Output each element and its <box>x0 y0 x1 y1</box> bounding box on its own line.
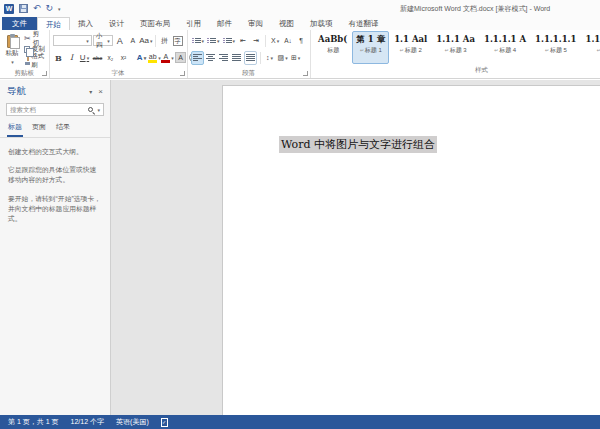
bold-button[interactable]: B <box>53 51 65 65</box>
character-shading-button[interactable]: A <box>175 51 187 65</box>
navigation-options-dropdown-icon[interactable]: ▾ <box>89 88 92 95</box>
ribbon-tab[interactable]: 有道翻译 <box>341 17 387 30</box>
ribbon-tab[interactable]: 插入 <box>70 17 101 30</box>
borders-dropdown-icon[interactable]: ▾ <box>298 55 301 61</box>
save-icon[interactable] <box>19 4 28 13</box>
page-indicator[interactable]: 第 1 页，共 1 页 <box>8 417 59 427</box>
decrease-indent-button[interactable]: ⇤ <box>237 34 249 48</box>
align-right-icon <box>219 54 228 61</box>
asian-layout-button[interactable]: X▾ <box>269 34 281 48</box>
increase-indent-button[interactable]: ⇥ <box>250 34 262 48</box>
shrink-font-button[interactable]: A <box>127 34 139 48</box>
align-center-button[interactable] <box>205 51 217 65</box>
paste-button[interactable]: 粘贴 ▾ <box>3 32 21 67</box>
ribbon-tab[interactable]: 开始 <box>37 17 70 30</box>
underline-dropdown-icon[interactable]: ▾ <box>87 55 90 61</box>
navigation-tab[interactable]: 结果 <box>55 120 71 137</box>
line-spacing-dropdown-icon[interactable]: ▾ <box>270 55 273 61</box>
text-effects-dropdown-icon[interactable]: ▾ <box>144 55 147 61</box>
style-gallery-item[interactable]: 1.1 Aal ↵标题 2 <box>390 31 431 64</box>
superscript-button[interactable]: x² <box>118 51 130 65</box>
numbering-button[interactable]: ▾ <box>206 34 221 48</box>
align-left-button[interactable] <box>191 51 204 65</box>
sort-button[interactable]: A↓ <box>282 34 294 48</box>
style-preview: 1.1.1.1 A <box>484 33 526 46</box>
shading-icon: ▨ <box>278 54 285 62</box>
navigation-tab[interactable]: 标题 <box>7 120 23 137</box>
style-gallery-item[interactable]: 第 1 章 ↵标题 1 <box>352 31 389 64</box>
bullets-dropdown-icon[interactable]: ▾ <box>202 38 205 44</box>
navigation-close-icon[interactable]: × <box>98 87 103 96</box>
font-name-combo[interactable]: ▾ <box>53 35 92 46</box>
search-dropdown-icon[interactable]: ▾ <box>97 107 100 113</box>
navigation-tab[interactable]: 页面 <box>31 120 47 137</box>
bullets-button[interactable]: ▾ <box>191 34 206 48</box>
change-case-dropdown-icon[interactable]: ▾ <box>150 38 153 44</box>
font-dialog-launcher-icon[interactable] <box>180 71 185 76</box>
highlight-button[interactable]: ab ▾ <box>149 51 161 65</box>
change-case-button[interactable]: Aa▾ <box>140 34 152 48</box>
format-painter-button[interactable]: 格式刷 <box>24 56 45 66</box>
character-border-button[interactable]: 字 <box>172 34 184 48</box>
justify-button[interactable] <box>231 51 243 65</box>
borders-button[interactable]: ⊞▾ <box>290 51 302 65</box>
paste-dropdown-icon[interactable]: ▾ <box>11 59 14 65</box>
style-name: ↵标题 3 <box>436 46 475 55</box>
style-preview: 1.1.1.1.1. <box>586 33 600 46</box>
font-color-dropdown-icon[interactable]: ▾ <box>171 55 174 61</box>
paragraph-dialog-launcher-icon[interactable] <box>303 71 308 76</box>
line-spacing-button[interactable]: ↕▾ <box>264 51 276 65</box>
font-name-dropdown-icon[interactable]: ▾ <box>86 38 89 44</box>
numbering-dropdown-icon[interactable]: ▾ <box>217 38 220 44</box>
ribbon-tab[interactable]: 视图 <box>271 17 302 30</box>
font-color-button[interactable]: A ▾ <box>162 51 174 65</box>
subscript-button[interactable]: x₂ <box>105 51 117 65</box>
style-gallery: AaBb( 标题 第 1 章 ↵标题 1 1.1 Aal ↵标题 2 1.1.1… <box>311 30 600 64</box>
show-hide-marks-button[interactable]: ¶ <box>295 34 307 48</box>
document-heading-text[interactable]: Word 中将图片与文字进行组合 <box>279 136 437 153</box>
align-right-button[interactable] <box>218 51 230 65</box>
tab-file[interactable]: 文件 <box>2 17 37 30</box>
language-indicator[interactable]: 英语(美国) <box>116 417 149 427</box>
ribbon-tab[interactable]: 审阅 <box>240 17 271 30</box>
clipboard-group: 粘贴 ▾ ✂ 剪切 复制 格式刷 剪贴板 <box>0 30 50 78</box>
style-gallery-item[interactable]: 1.1.1.1.1 ↵标题 5 <box>531 31 580 64</box>
ribbon-tab[interactable]: 设计 <box>101 17 132 30</box>
style-gallery-item[interactable]: 1.1.1.1 A ↵标题 4 <box>480 31 530 64</box>
grow-font-button[interactable]: A <box>114 34 126 48</box>
multilevel-dropdown-icon[interactable]: ▾ <box>233 38 236 44</box>
ribbon-tab[interactable]: 页面布局 <box>132 17 178 30</box>
document-search-box[interactable]: ▾ <box>6 103 104 116</box>
multilevel-list-button[interactable]: ▾ <box>222 34 237 48</box>
cut-button[interactable]: ✂ 剪切 <box>24 34 45 44</box>
copy-icon <box>24 46 30 53</box>
word-count[interactable]: 12/12 个字 <box>71 417 104 427</box>
proofing-status-icon[interactable]: ✓ <box>161 418 168 427</box>
ribbon-tab[interactable]: 邮件 <box>209 17 240 30</box>
italic-button[interactable]: I <box>66 51 78 65</box>
style-gallery-item[interactable]: 1.1.1.1.1. ↵标题 6 <box>582 31 600 64</box>
undo-icon[interactable]: ↶ <box>33 4 41 13</box>
status-bar: 第 1 页，共 1 页 12/12 个字 英语(美国) ✓ <box>0 415 600 429</box>
text-effects-button[interactable]: A▾ <box>136 51 148 65</box>
clipboard-dialog-launcher-icon[interactable] <box>42 71 47 76</box>
search-icon[interactable] <box>88 107 93 112</box>
font-size-dropdown-icon[interactable]: ▾ <box>107 38 110 44</box>
style-gallery-item[interactable]: AaBb( 标题 <box>314 31 351 64</box>
shading-button[interactable]: ▨▾ <box>277 51 289 65</box>
qat-customize-dropdown-icon[interactable]: ▾ <box>58 6 61 12</box>
font-group-label: 字体 <box>50 67 187 78</box>
underline-button[interactable]: U▾ <box>79 51 91 65</box>
strikethrough-button[interactable]: abc <box>92 51 104 65</box>
redo-icon[interactable]: ↻ <box>46 4 54 13</box>
search-input[interactable] <box>10 106 85 113</box>
font-size-combo[interactable]: 小四 ▾ <box>93 35 113 46</box>
shading-dropdown-icon[interactable]: ▾ <box>285 55 288 61</box>
ribbon-tab[interactable]: 加载项 <box>302 17 341 30</box>
asian-layout-dropdown-icon[interactable]: ▾ <box>277 38 280 44</box>
document-page[interactable]: Word 中将图片与文字进行组合 <box>222 85 600 415</box>
style-gallery-item[interactable]: 1.1.1 Aa ↵标题 3 <box>432 31 479 64</box>
ribbon-tab[interactable]: 引用 <box>178 17 209 30</box>
distribute-button[interactable] <box>244 51 257 65</box>
phonetic-guide-button[interactable]: 拼 <box>159 34 171 48</box>
